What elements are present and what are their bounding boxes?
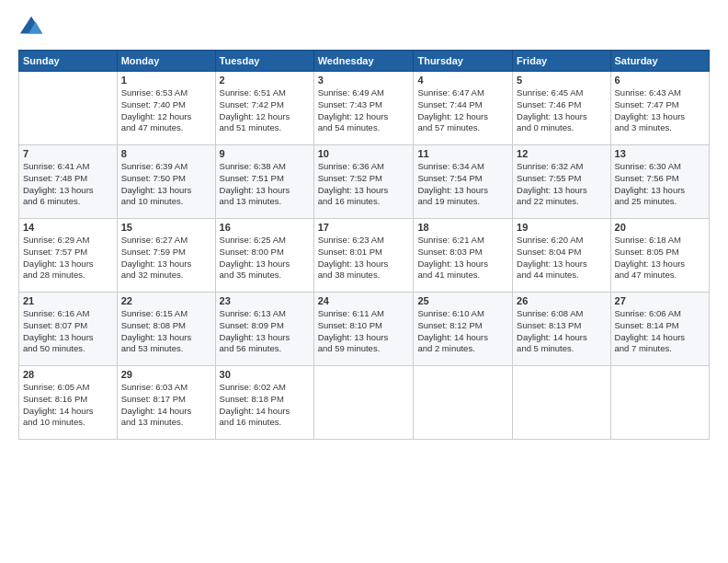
calendar-cell: 1Sunrise: 6:53 AMSunset: 7:40 PMDaylight…: [117, 72, 215, 145]
day-info: Sunrise: 6:39 AMSunset: 7:50 PMDaylight:…: [121, 161, 211, 208]
header-day-friday: Friday: [513, 51, 610, 72]
calendar-header: SundayMondayTuesdayWednesdayThursdayFrid…: [19, 51, 710, 72]
calendar-cell: 25Sunrise: 6:10 AMSunset: 8:12 PMDayligh…: [414, 293, 513, 366]
calendar-cell: 6Sunrise: 6:43 AMSunset: 7:47 PMDaylight…: [610, 72, 709, 145]
calendar-cell: 26Sunrise: 6:08 AMSunset: 8:13 PMDayligh…: [513, 293, 610, 366]
header-day-wednesday: Wednesday: [313, 51, 414, 72]
day-number: 3: [318, 75, 410, 86]
day-number: 7: [23, 148, 113, 159]
logo: [18, 15, 48, 40]
header-day-thursday: Thursday: [414, 51, 513, 72]
calendar-cell: 3Sunrise: 6:49 AMSunset: 7:43 PMDaylight…: [313, 72, 414, 145]
day-info: Sunrise: 6:34 AMSunset: 7:54 PMDaylight:…: [417, 161, 508, 208]
day-number: 23: [220, 295, 310, 306]
header-day-sunday: Sunday: [19, 51, 118, 72]
calendar-cell: 14Sunrise: 6:29 AMSunset: 7:57 PMDayligh…: [19, 219, 118, 293]
day-info: Sunrise: 6:23 AMSunset: 8:01 PMDaylight:…: [318, 235, 410, 282]
calendar-cell: 18Sunrise: 6:21 AMSunset: 8:03 PMDayligh…: [414, 219, 513, 293]
calendar-cell: 21Sunrise: 6:16 AMSunset: 8:07 PMDayligh…: [19, 293, 118, 366]
logo-icon: [18, 15, 44, 40]
day-number: 21: [23, 295, 113, 306]
day-info: Sunrise: 6:20 AMSunset: 8:04 PMDaylight:…: [517, 235, 606, 282]
day-info: Sunrise: 6:18 AMSunset: 8:05 PMDaylight:…: [615, 235, 705, 282]
calendar-cell: 20Sunrise: 6:18 AMSunset: 8:05 PMDayligh…: [610, 219, 709, 293]
calendar-cell: 17Sunrise: 6:23 AMSunset: 8:01 PMDayligh…: [313, 219, 414, 293]
calendar-cell: 10Sunrise: 6:36 AMSunset: 7:52 PMDayligh…: [313, 145, 414, 219]
day-info: Sunrise: 6:25 AMSunset: 8:00 PMDaylight:…: [220, 235, 310, 282]
day-number: 28: [23, 369, 113, 380]
header-day-monday: Monday: [117, 51, 215, 72]
day-info: Sunrise: 6:41 AMSunset: 7:48 PMDaylight:…: [23, 161, 113, 208]
day-info: Sunrise: 6:03 AMSunset: 8:17 PMDaylight:…: [121, 382, 211, 429]
day-number: 5: [517, 75, 606, 86]
day-number: 20: [615, 222, 705, 233]
day-info: Sunrise: 6:32 AMSunset: 7:55 PMDaylight:…: [517, 161, 606, 208]
calendar-cell: 16Sunrise: 6:25 AMSunset: 8:00 PMDayligh…: [215, 219, 313, 293]
day-info: Sunrise: 6:53 AMSunset: 7:40 PMDaylight:…: [121, 87, 211, 134]
day-number: 24: [318, 295, 410, 306]
calendar-cell: 5Sunrise: 6:45 AMSunset: 7:46 PMDaylight…: [513, 72, 610, 145]
day-info: Sunrise: 6:27 AMSunset: 7:59 PMDaylight:…: [121, 235, 211, 282]
calendar-body: 1Sunrise: 6:53 AMSunset: 7:40 PMDaylight…: [19, 72, 710, 440]
day-number: 30: [220, 369, 310, 380]
day-info: Sunrise: 6:51 AMSunset: 7:42 PMDaylight:…: [220, 87, 310, 134]
day-info: Sunrise: 6:43 AMSunset: 7:47 PMDaylight:…: [615, 87, 705, 134]
page: SundayMondayTuesdayWednesdayThursdayFrid…: [0, 0, 728, 563]
day-number: 22: [121, 295, 211, 306]
calendar-cell: [414, 366, 513, 440]
calendar-cell: 30Sunrise: 6:02 AMSunset: 8:18 PMDayligh…: [215, 366, 313, 440]
week-row-4: 21Sunrise: 6:16 AMSunset: 8:07 PMDayligh…: [19, 293, 710, 366]
calendar-cell: 23Sunrise: 6:13 AMSunset: 8:09 PMDayligh…: [215, 293, 313, 366]
day-number: 11: [417, 148, 508, 159]
day-number: 9: [220, 148, 310, 159]
day-number: 29: [121, 369, 211, 380]
calendar-cell: 2Sunrise: 6:51 AMSunset: 7:42 PMDaylight…: [215, 72, 313, 145]
day-info: Sunrise: 6:08 AMSunset: 8:13 PMDaylight:…: [517, 308, 606, 355]
day-number: 14: [23, 222, 113, 233]
header-day-saturday: Saturday: [610, 51, 709, 72]
week-row-1: 1Sunrise: 6:53 AMSunset: 7:40 PMDaylight…: [19, 72, 710, 145]
day-info: Sunrise: 6:29 AMSunset: 7:57 PMDaylight:…: [23, 235, 113, 282]
day-info: Sunrise: 6:49 AMSunset: 7:43 PMDaylight:…: [318, 87, 410, 134]
day-number: 8: [121, 148, 211, 159]
day-number: 16: [220, 222, 310, 233]
day-info: Sunrise: 6:02 AMSunset: 8:18 PMDaylight:…: [220, 382, 310, 429]
calendar-cell: 12Sunrise: 6:32 AMSunset: 7:55 PMDayligh…: [513, 145, 610, 219]
day-info: Sunrise: 6:38 AMSunset: 7:51 PMDaylight:…: [220, 161, 310, 208]
day-info: Sunrise: 6:45 AMSunset: 7:46 PMDaylight:…: [517, 87, 606, 134]
day-info: Sunrise: 6:36 AMSunset: 7:52 PMDaylight:…: [318, 161, 410, 208]
calendar-cell: 22Sunrise: 6:15 AMSunset: 8:08 PMDayligh…: [117, 293, 215, 366]
calendar-cell: [313, 366, 414, 440]
calendar-cell: 7Sunrise: 6:41 AMSunset: 7:48 PMDaylight…: [19, 145, 118, 219]
header-day-tuesday: Tuesday: [215, 51, 313, 72]
day-info: Sunrise: 6:15 AMSunset: 8:08 PMDaylight:…: [121, 308, 211, 355]
day-number: 13: [615, 148, 705, 159]
day-info: Sunrise: 6:05 AMSunset: 8:16 PMDaylight:…: [23, 382, 113, 429]
day-number: 18: [417, 222, 508, 233]
day-number: 17: [318, 222, 410, 233]
day-number: 12: [517, 148, 606, 159]
day-number: 15: [121, 222, 211, 233]
calendar-cell: 19Sunrise: 6:20 AMSunset: 8:04 PMDayligh…: [513, 219, 610, 293]
calendar-cell: 15Sunrise: 6:27 AMSunset: 7:59 PMDayligh…: [117, 219, 215, 293]
calendar-cell: 13Sunrise: 6:30 AMSunset: 7:56 PMDayligh…: [610, 145, 709, 219]
day-number: 2: [220, 75, 310, 86]
day-number: 19: [517, 222, 606, 233]
week-row-5: 28Sunrise: 6:05 AMSunset: 8:16 PMDayligh…: [19, 366, 710, 440]
calendar-cell: 11Sunrise: 6:34 AMSunset: 7:54 PMDayligh…: [414, 145, 513, 219]
day-number: 6: [615, 75, 705, 86]
calendar-cell: [513, 366, 610, 440]
calendar-cell: [610, 366, 709, 440]
day-info: Sunrise: 6:10 AMSunset: 8:12 PMDaylight:…: [417, 308, 508, 355]
day-number: 1: [121, 75, 211, 86]
header-row: SundayMondayTuesdayWednesdayThursdayFrid…: [19, 51, 710, 72]
week-row-3: 14Sunrise: 6:29 AMSunset: 7:57 PMDayligh…: [19, 219, 710, 293]
day-info: Sunrise: 6:47 AMSunset: 7:44 PMDaylight:…: [417, 87, 508, 134]
day-info: Sunrise: 6:13 AMSunset: 8:09 PMDaylight:…: [220, 308, 310, 355]
week-row-2: 7Sunrise: 6:41 AMSunset: 7:48 PMDaylight…: [19, 145, 710, 219]
calendar: SundayMondayTuesdayWednesdayThursdayFrid…: [18, 50, 710, 440]
calendar-cell: 9Sunrise: 6:38 AMSunset: 7:51 PMDaylight…: [215, 145, 313, 219]
day-number: 27: [615, 295, 705, 306]
calendar-cell: 4Sunrise: 6:47 AMSunset: 7:44 PMDaylight…: [414, 72, 513, 145]
day-number: 4: [417, 75, 508, 86]
